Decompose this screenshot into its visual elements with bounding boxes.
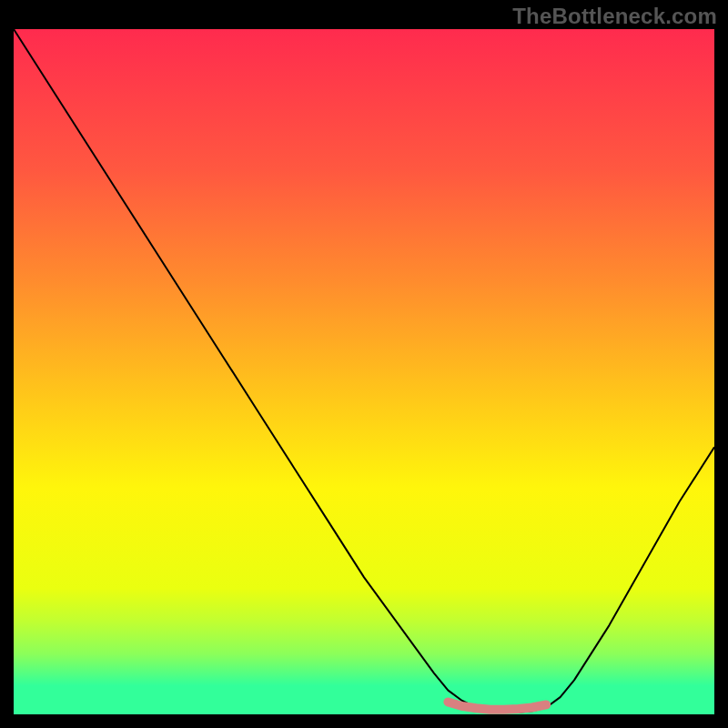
gradient-background <box>14 29 714 714</box>
plot-area <box>14 29 714 714</box>
chart-svg <box>14 29 714 714</box>
chart-frame: TheBottleneck.com <box>0 0 728 728</box>
watermark-label: TheBottleneck.com <box>512 4 717 29</box>
